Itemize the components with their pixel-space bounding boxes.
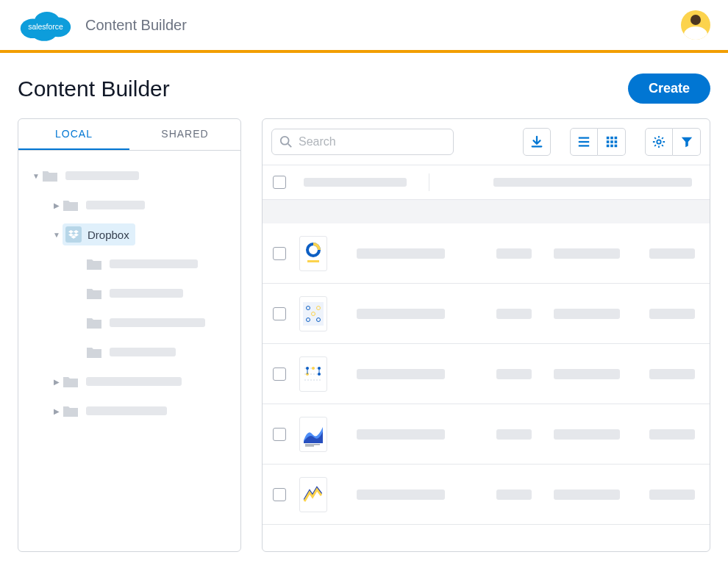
search-icon <box>279 135 293 148</box>
skeleton-text <box>110 318 205 327</box>
folder-icon <box>42 169 58 182</box>
caret-down-icon[interactable]: ▼ <box>30 172 42 180</box>
svg-rect-13 <box>606 140 609 143</box>
svg-point-19 <box>657 140 660 143</box>
row-checkbox[interactable] <box>273 307 286 320</box>
skeleton-text <box>554 429 620 440</box>
grid-view-button[interactable] <box>598 128 626 156</box>
svg-rect-22 <box>303 302 324 326</box>
grid-view-icon <box>605 135 618 148</box>
tree-row[interactable]: ▶ <box>26 370 233 393</box>
thumbnail <box>299 417 327 452</box>
row-checkbox[interactable] <box>273 488 286 501</box>
table-band <box>263 200 710 223</box>
caret-right-icon[interactable]: ▶ <box>51 378 63 386</box>
svg-rect-12 <box>614 137 617 140</box>
download-icon <box>530 135 543 148</box>
svg-rect-10 <box>606 137 609 140</box>
skeleton-text <box>554 248 620 259</box>
folder-label: Dropbox <box>88 229 129 241</box>
settings-filter-group <box>645 128 701 156</box>
skeleton-text <box>554 369 620 379</box>
folder-icon <box>86 257 102 270</box>
skeleton-text <box>357 490 445 500</box>
table-row[interactable] <box>263 284 710 344</box>
list-view-button[interactable] <box>570 128 598 156</box>
skeleton-text <box>86 201 145 209</box>
tree-row[interactable] <box>26 282 233 305</box>
skeleton-text <box>496 248 532 259</box>
skeleton-text <box>493 178 692 187</box>
thumbnail <box>299 296 327 331</box>
svg-rect-39 <box>305 445 314 447</box>
caret-right-icon[interactable]: ▶ <box>51 407 63 415</box>
skeleton-text <box>357 429 445 440</box>
folder-icon <box>86 316 102 329</box>
caret-right-icon[interactable]: ▶ <box>51 201 63 209</box>
tree-row[interactable]: ▶ <box>26 193 233 217</box>
avatar[interactable] <box>681 10 710 40</box>
settings-button[interactable] <box>645 128 673 156</box>
tree-row-selected[interactable]: ▼ Dropbox <box>26 223 233 246</box>
filter-button[interactable] <box>673 128 701 156</box>
row-checkbox[interactable] <box>273 247 286 260</box>
skeleton-text <box>110 289 183 298</box>
svg-rect-14 <box>610 140 613 143</box>
skeleton-text <box>65 171 139 180</box>
tree-row[interactable] <box>26 252 233 276</box>
svg-rect-17 <box>610 145 613 148</box>
skeleton-text <box>496 429 532 440</box>
skeleton-text <box>86 377 182 386</box>
row-checkbox[interactable] <box>273 368 286 381</box>
search-input[interactable] <box>299 135 446 148</box>
tree-row[interactable]: ▼ <box>26 164 233 187</box>
folder-icon <box>63 375 79 388</box>
caret-down-icon[interactable]: ▼ <box>51 231 63 239</box>
search-box[interactable] <box>271 129 454 155</box>
svg-point-5 <box>281 137 289 145</box>
svg-rect-11 <box>610 137 613 140</box>
skeleton-text <box>649 369 695 379</box>
tab-shared[interactable]: SHARED <box>129 119 240 150</box>
table-row[interactable] <box>263 465 710 525</box>
skeleton-text <box>496 309 532 319</box>
skeleton-text <box>496 490 532 500</box>
download-button[interactable] <box>523 128 551 156</box>
skeleton-text <box>357 369 445 379</box>
select-all-checkbox[interactable] <box>273 176 286 189</box>
tree-row[interactable] <box>26 311 233 334</box>
skeleton-text <box>496 369 532 379</box>
folder-tree: ▼ ▶ ▼ <box>18 151 240 436</box>
svg-rect-18 <box>614 145 617 148</box>
skeleton-text <box>554 490 620 500</box>
create-button[interactable]: Create <box>628 74 710 104</box>
app-name: Content Builder <box>85 17 187 34</box>
sidebar-tabs: LOCAL SHARED <box>18 119 240 151</box>
tab-local[interactable]: LOCAL <box>18 119 129 150</box>
table-row[interactable] <box>263 344 710 404</box>
sidebar: LOCAL SHARED ▼ ▶ ▼ <box>18 118 241 552</box>
row-checkbox[interactable] <box>273 428 286 441</box>
svg-rect-38 <box>305 444 320 445</box>
view-toggle <box>570 128 626 156</box>
table-row[interactable] <box>263 404 710 465</box>
skeleton-text <box>554 309 620 319</box>
list-view-icon <box>577 135 590 148</box>
table-row[interactable] <box>263 223 710 284</box>
gear-icon <box>652 135 665 148</box>
skeleton-text <box>649 429 695 440</box>
table-header <box>263 165 710 200</box>
page-title-row: Content Builder Create <box>0 53 728 118</box>
svg-text:salesforce: salesforce <box>28 23 63 31</box>
svg-line-6 <box>288 144 292 148</box>
svg-rect-15 <box>614 140 617 143</box>
folder-icon <box>63 404 79 417</box>
skeleton-text <box>110 348 176 356</box>
tree-row[interactable]: ▶ <box>26 399 233 423</box>
folder-icon <box>63 198 79 212</box>
tree-row[interactable] <box>26 340 233 364</box>
svg-rect-21 <box>307 260 319 262</box>
content-panel <box>262 118 710 552</box>
skeleton-text <box>357 248 445 259</box>
thumbnail <box>299 236 327 271</box>
